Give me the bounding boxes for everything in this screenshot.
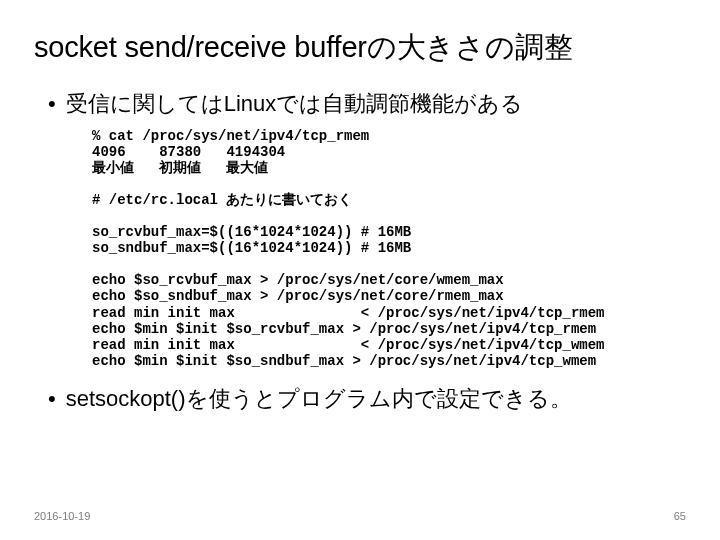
code-line: so_sndbuf_max=$((16*1024*1024)) # 16MB — [92, 240, 411, 256]
bullet-dot: • — [48, 388, 56, 410]
code-line: echo $min $init $so_sndbuf_max > /proc/s… — [92, 353, 596, 369]
code-line: so_rcvbuf_max=$((16*1024*1024)) # 16MB — [92, 224, 411, 240]
code-line: read min init max < /proc/sys/net/ipv4/t… — [92, 337, 604, 353]
footer-date: 2016-10-19 — [34, 510, 90, 522]
bullet-item: • 受信に関してはLinuxでは自動調節機能がある — [48, 90, 686, 118]
footer: 2016-10-19 65 — [0, 510, 720, 522]
code-line: echo $so_rcvbuf_max > /proc/sys/net/core… — [92, 272, 504, 288]
slide: socket send/receive bufferの大きさの調整 • 受信に関… — [0, 0, 720, 540]
page-number: 65 — [674, 510, 686, 522]
code-line: 最小値 初期値 最大値 — [92, 160, 268, 176]
code-line: echo $min $init $so_rcvbuf_max > /proc/s… — [92, 321, 596, 337]
code-line: % cat /proc/sys/net/ipv4/tcp_rmem — [92, 128, 369, 144]
code-line: 4096 87380 4194304 — [92, 144, 285, 160]
bullet-dot: • — [48, 93, 56, 115]
bullet-text: setsockopt()を使うとプログラム内で設定できる。 — [66, 385, 572, 413]
code-block: % cat /proc/sys/net/ipv4/tcp_rmem 4096 8… — [92, 128, 686, 369]
bullet-text: 受信に関してはLinuxでは自動調節機能がある — [66, 90, 524, 118]
bullet-item: • setsockopt()を使うとプログラム内で設定できる。 — [48, 385, 686, 413]
code-line: read min init max < /proc/sys/net/ipv4/t… — [92, 305, 604, 321]
code-line: # /etc/rc.local あたりに書いておく — [92, 192, 352, 208]
code-line: echo $so_sndbuf_max > /proc/sys/net/core… — [92, 288, 504, 304]
slide-title: socket send/receive bufferの大きさの調整 — [34, 28, 686, 68]
